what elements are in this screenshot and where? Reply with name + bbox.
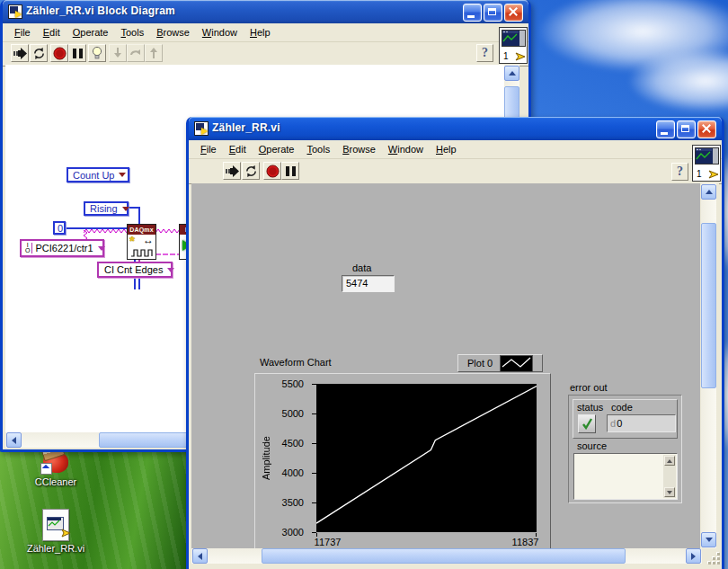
y-tick-label: 3500 bbox=[255, 497, 304, 508]
arrow-left-icon bbox=[12, 437, 16, 444]
context-help-button[interactable]: ? bbox=[671, 163, 688, 181]
menu-tools[interactable]: Tools bbox=[114, 25, 150, 40]
data-label: data bbox=[352, 262, 371, 273]
scroll-right-button[interactable] bbox=[686, 548, 701, 564]
maximize-icon bbox=[488, 8, 496, 15]
menu-edit[interactable]: Edit bbox=[223, 142, 253, 157]
maximize-button[interactable] bbox=[677, 120, 696, 138]
close-button[interactable] bbox=[504, 4, 523, 22]
scroll-left-button[interactable] bbox=[6, 432, 22, 448]
plot-legend[interactable]: Plot 0 bbox=[457, 354, 543, 372]
run-button[interactable] bbox=[11, 44, 29, 62]
scroll-up-button[interactable] bbox=[664, 456, 675, 466]
fp-vi-icon[interactable]: 1 bbox=[692, 145, 721, 182]
context-help-button[interactable]: ? bbox=[476, 44, 493, 62]
bd-menubar: FileEditOperateToolsBrowseWindowHelp bbox=[3, 23, 528, 42]
bd-toolbar: ? bbox=[3, 42, 528, 67]
help-icon: ? bbox=[482, 46, 488, 60]
run-button[interactable] bbox=[223, 162, 241, 180]
zero-constant[interactable]: 0 bbox=[53, 221, 66, 235]
count-up-ring[interactable]: Count Up bbox=[67, 167, 129, 182]
fp-hscrollbar[interactable] bbox=[191, 548, 702, 564]
desktop-icon-zaehler-vi[interactable]: Zähler_RR.vi bbox=[22, 509, 90, 554]
legend-entry: Plot 0 bbox=[467, 358, 493, 369]
rising-ring[interactable]: Rising bbox=[84, 201, 129, 216]
run-arrow-icon bbox=[225, 164, 240, 178]
data-value-field: 5474 bbox=[342, 275, 395, 292]
minimize-button[interactable] bbox=[656, 120, 675, 138]
scroll-thumb[interactable] bbox=[262, 548, 626, 564]
run-continuously-button[interactable] bbox=[242, 162, 260, 180]
arrow-down-icon bbox=[706, 538, 713, 542]
resize-grip[interactable] bbox=[706, 551, 722, 566]
menu-window[interactable]: Window bbox=[196, 25, 244, 40]
physical-channel-constant[interactable]: IO PCI6221/ctr1 bbox=[20, 239, 104, 257]
pause-button[interactable] bbox=[281, 162, 299, 180]
scroll-thumb[interactable] bbox=[701, 223, 716, 388]
dropdown-triangle-icon bbox=[167, 268, 174, 272]
source-scrollbar[interactable] bbox=[663, 455, 676, 498]
menu-operate[interactable]: Operate bbox=[253, 142, 301, 157]
x-tick-label: 11837 bbox=[512, 537, 539, 547]
bd-titlebar[interactable]: Zähler_RR.vi Block Diagram bbox=[3, 0, 528, 23]
ci-cnt-edges-label: CI Cnt Edges bbox=[104, 264, 163, 275]
step-out-button[interactable] bbox=[145, 44, 163, 62]
minimize-button[interactable] bbox=[463, 4, 482, 22]
source-indicator bbox=[573, 453, 678, 500]
menu-file[interactable]: File bbox=[8, 25, 37, 40]
fp-titlebar[interactable]: Zähler_RR.vi bbox=[189, 117, 722, 140]
menu-window[interactable]: Window bbox=[382, 142, 430, 157]
maximize-button[interactable] bbox=[484, 4, 502, 22]
menu-file[interactable]: File bbox=[194, 142, 223, 157]
lightbulb-icon bbox=[91, 46, 103, 60]
step-into-button[interactable] bbox=[109, 44, 127, 62]
menu-tools[interactable]: Tools bbox=[300, 142, 336, 157]
menu-operate[interactable]: Operate bbox=[67, 25, 115, 40]
fp-window-title: Zähler_RR.vi bbox=[212, 121, 280, 134]
count-up-label: Count Up bbox=[73, 170, 114, 181]
bd-vi-icon[interactable]: 1 bbox=[499, 27, 528, 64]
stop-icon bbox=[266, 164, 280, 178]
status-indicator bbox=[578, 414, 596, 433]
vi-icon-number: 1 bbox=[503, 51, 509, 61]
pulse-train-icon bbox=[131, 249, 153, 257]
scroll-down-button[interactable] bbox=[664, 487, 675, 497]
menu-browse[interactable]: Browse bbox=[336, 142, 382, 157]
io-glyph-icon: IO bbox=[23, 243, 32, 253]
scroll-up-button[interactable] bbox=[701, 184, 716, 200]
pause-button[interactable] bbox=[68, 44, 86, 62]
vi-icon-chart bbox=[502, 30, 526, 47]
y-tick-label: 5000 bbox=[255, 408, 304, 419]
step-over-button[interactable] bbox=[127, 44, 145, 62]
y-tick-label: 5500 bbox=[255, 378, 304, 389]
menu-help[interactable]: Help bbox=[430, 142, 463, 157]
step-out-icon bbox=[147, 47, 160, 59]
vi-file-icon bbox=[42, 509, 69, 541]
scroll-up-button[interactable] bbox=[504, 66, 519, 81]
arrow-up-icon bbox=[667, 459, 672, 463]
labview-arrow-icon bbox=[515, 50, 528, 62]
run-continuous-icon bbox=[244, 164, 258, 178]
menu-edit[interactable]: Edit bbox=[37, 25, 67, 40]
stop-icon bbox=[53, 47, 67, 60]
menu-browse[interactable]: Browse bbox=[150, 25, 196, 40]
pause-icon bbox=[286, 166, 296, 176]
arrow-right-icon bbox=[691, 553, 696, 560]
scroll-left-button[interactable] bbox=[192, 548, 208, 564]
checkmark-icon bbox=[582, 418, 593, 430]
daqmx-channel-wire bbox=[84, 228, 129, 234]
scroll-down-button[interactable] bbox=[701, 532, 716, 547]
chart-title: Waveform Chart bbox=[260, 357, 332, 368]
abort-button[interactable] bbox=[263, 162, 281, 180]
highlight-execution-button[interactable] bbox=[88, 44, 106, 62]
fp-vscrollbar[interactable] bbox=[701, 183, 716, 548]
rising-label: Rising bbox=[90, 203, 118, 214]
daqmx-create-channel-node[interactable]: DAQmx * ↔ bbox=[127, 224, 156, 260]
create-star-icon: * bbox=[129, 233, 135, 248]
close-button[interactable] bbox=[697, 120, 716, 138]
run-continuously-button[interactable] bbox=[30, 44, 48, 62]
labview-app-icon bbox=[194, 121, 209, 136]
menu-help[interactable]: Help bbox=[244, 25, 277, 40]
abort-button[interactable] bbox=[50, 44, 68, 62]
ci-cnt-edges-ring[interactable]: CI Cnt Edges bbox=[97, 262, 173, 278]
